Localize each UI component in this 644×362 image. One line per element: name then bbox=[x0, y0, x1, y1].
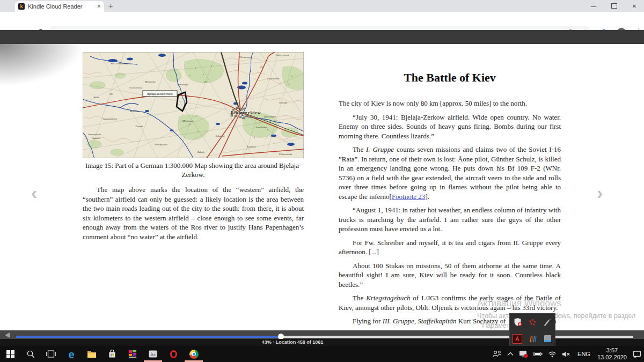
map-label: Tomiłówka bbox=[255, 126, 267, 129]
map-label: Sokarow bbox=[216, 135, 225, 137]
clock-date: 13.02.2020 bbox=[597, 354, 627, 361]
map-label: 376 bbox=[260, 66, 263, 69]
map-label: Puhaczówka bbox=[279, 153, 292, 156]
photo-collage-app-icon[interactable] bbox=[122, 346, 143, 362]
reader-page: ‹ › bbox=[0, 44, 644, 330]
map-label: Truszki bbox=[135, 125, 143, 128]
prev-page-chevron[interactable]: ‹ bbox=[31, 184, 37, 201]
action-center-icon[interactable] bbox=[630, 346, 644, 362]
book-paragraph: For Fw. Schreiber and myself, it is tea … bbox=[339, 238, 561, 257]
tray-overflow-popup bbox=[509, 313, 555, 348]
map-label: Ostryjki bbox=[279, 101, 288, 104]
opera-icon[interactable] bbox=[163, 346, 184, 362]
map-label: Bekały bbox=[197, 151, 205, 153]
map-label: Ruda bbox=[93, 96, 99, 99]
progress-back-arrow-icon[interactable] bbox=[5, 333, 10, 338]
shield-alert-icon[interactable] bbox=[513, 317, 522, 327]
map-label: Stadnica bbox=[92, 137, 100, 139]
taskbar-search-icon[interactable] bbox=[20, 346, 41, 362]
figure-caption: Image 15: Part of a German 1:300.000 Map… bbox=[83, 161, 304, 179]
battery-icon[interactable] bbox=[531, 346, 545, 362]
map-label: Piekaranna bbox=[267, 77, 280, 80]
window-app-icon[interactable] bbox=[544, 335, 552, 343]
book-paragraph: “July 30, 1941: Bjelaja-Zerkow airfield.… bbox=[339, 113, 561, 141]
map-label: 197 bbox=[204, 80, 208, 83]
taskbar-clock[interactable]: 3:57 13.02.2020 bbox=[594, 346, 630, 362]
book-paragraph: About 100 Stukas on missions, 50 of them… bbox=[339, 261, 561, 290]
stripes-icon[interactable] bbox=[528, 335, 537, 343]
map-label: Wlk. Połowiecka bbox=[111, 62, 128, 65]
map-label: Błoszczyice bbox=[264, 115, 276, 118]
map-label: Białacerkiew bbox=[231, 110, 261, 115]
edge-icon[interactable]: e bbox=[61, 346, 82, 362]
map-label: Szamrajówka bbox=[103, 117, 117, 120]
map-label: Młybuczek bbox=[182, 120, 194, 122]
image-viewer-app-icon[interactable] bbox=[143, 346, 163, 362]
people-icon[interactable] bbox=[489, 346, 504, 362]
progress-fill bbox=[16, 336, 281, 338]
volume-muted-icon[interactable] bbox=[559, 346, 574, 362]
desktop: { "browser": { "tab_title": "Kindle Clou… bbox=[0, 0, 644, 362]
map-label: Chrapacze bbox=[239, 56, 251, 58]
browser-tab[interactable]: k Kindle Cloud Reader ✕ bbox=[15, 1, 104, 12]
map-label: Pszczykowce bbox=[128, 86, 143, 89]
tab-close-icon[interactable]: ✕ bbox=[97, 4, 101, 9]
microsoft-store-icon[interactable] bbox=[102, 346, 122, 362]
tray-app-badge-icon[interactable] bbox=[516, 346, 531, 362]
language-indicator[interactable]: ENG bbox=[574, 346, 594, 362]
map-label: Kołanna bbox=[246, 145, 256, 148]
map-label: Srebrzyszcze bbox=[276, 54, 289, 56]
acrobat-icon[interactable] bbox=[513, 335, 522, 343]
map-label: 213 bbox=[194, 114, 197, 117]
chapter-title: The Battle of Kiev bbox=[339, 71, 561, 85]
new-tab-button[interactable]: + bbox=[108, 1, 113, 10]
next-page-chevron[interactable]: › bbox=[597, 184, 603, 201]
right-page-column: The Battle of Kiev The city of Kiev is n… bbox=[339, 71, 561, 330]
browser-addressbar: ← → ↻ read.amazon.com/?asin=B07BMD14RM ☆… bbox=[0, 12, 644, 30]
chapter-paragraphs: The city of Kiev is now only 80 km [appr… bbox=[339, 99, 561, 326]
kindle-toolbar: kindle Library ▾ Aa ⟳ bbox=[0, 30, 644, 44]
windows-activation-watermark: Активация Windows bbox=[477, 298, 561, 309]
book-paragraph: “August 1, 1941: in rather hot weather, … bbox=[339, 205, 561, 234]
clock-time: 3:57 bbox=[597, 347, 627, 354]
map-label: Borodyszcze bbox=[155, 143, 168, 146]
map-label: Matiusze bbox=[129, 110, 140, 113]
map-label: Aleksandrja bbox=[177, 83, 188, 86]
tab-title: Kindle Cloud Reader bbox=[28, 3, 94, 10]
windows-taskbar: e ENG 3:57 bbox=[0, 346, 644, 362]
footnote-link[interactable]: Footnote 23 bbox=[392, 193, 425, 201]
hand-pen-icon[interactable] bbox=[543, 318, 552, 327]
body-paragraph: The map above marks the location of the … bbox=[83, 185, 304, 241]
kindle-favicon-icon: k bbox=[18, 3, 25, 10]
left-page-column: Bjelaja Zerkow West Wlk. PołowieckaChrap… bbox=[83, 52, 304, 241]
file-explorer-icon[interactable] bbox=[82, 346, 102, 362]
wifi-icon[interactable] bbox=[545, 346, 559, 362]
red-dots-icon[interactable] bbox=[528, 318, 537, 327]
windows-activation-watermark-line2: Чтобы активировать Windows, перейдите в … bbox=[477, 312, 635, 320]
book-paragraph: The city of Kiev is now only 80 km [appr… bbox=[339, 99, 561, 108]
airfield-label: Bjelaja Zerkow West bbox=[147, 92, 173, 95]
map-image: Bjelaja Zerkow West Wlk. PołowieckaChrap… bbox=[83, 52, 304, 158]
task-view-icon[interactable] bbox=[41, 346, 61, 362]
window-minimize-button[interactable]: — bbox=[583, 0, 604, 12]
book-paragraph: The I. Gruppe counts seven missions and … bbox=[339, 145, 561, 201]
window-maximize-button[interactable] bbox=[604, 0, 624, 12]
browser-titlebar: k Kindle Cloud Reader ✕ + — ✕ bbox=[0, 0, 644, 12]
tray-chevron-up-icon[interactable] bbox=[504, 346, 516, 362]
start-button[interactable] bbox=[0, 346, 20, 362]
map-label: 196 bbox=[109, 93, 113, 95]
map-label: Szamrajówska bbox=[88, 133, 101, 136]
chrome-icon[interactable] bbox=[184, 346, 204, 362]
map-label: Mizunirka bbox=[144, 80, 156, 83]
window-close-button[interactable]: ✕ bbox=[624, 0, 644, 12]
